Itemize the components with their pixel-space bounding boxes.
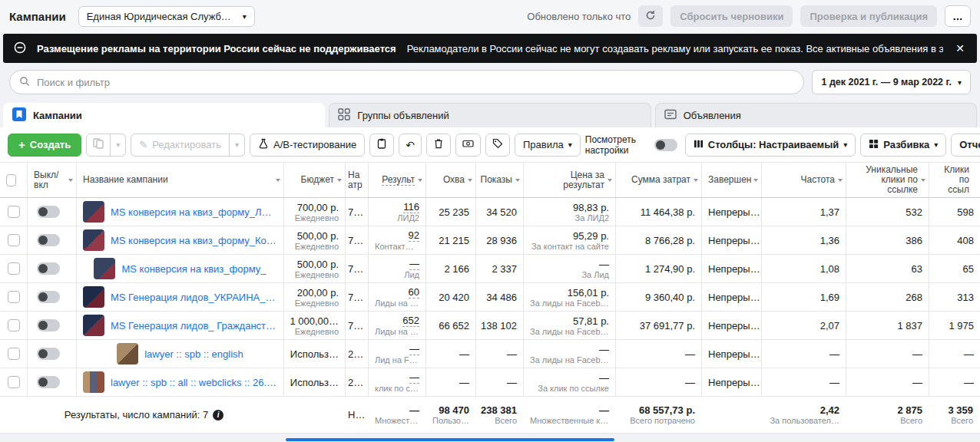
campaign-name-link[interactable]: lawyer :: spb :: all :: webclicks :: 26.… [111,377,277,388]
columns-button[interactable]: Столбцы: Настраиваемый ▾ [685,134,856,157]
ends-value: Непреры… [708,263,755,275]
more-options-button[interactable]: … [945,5,971,27]
campaign-toggle[interactable] [37,348,60,360]
delete-button[interactable] [426,134,451,157]
undo-button[interactable]: ↶ [399,134,422,157]
table-row[interactable]: lawyer :: spb :: english Использ… 2… —Ли… [0,340,980,368]
table-row[interactable]: MS Генерация лидов_ Гражданство… 1 000,0… [0,312,980,340]
payment-button[interactable] [455,134,481,157]
row-checkbox[interactable] [8,319,20,332]
edit-button[interactable]: ✎ Редактировать [131,134,230,157]
header-label: Уникальные клики по ссылке [853,165,918,195]
header-label: Клики по ссыл [935,165,969,195]
ends-cell: Непреры… [702,312,762,339]
search-box[interactable] [9,70,804,94]
info-icon[interactable]: i [213,410,223,421]
tag-button[interactable] [485,134,510,157]
view-settings-toggle[interactable] [654,139,677,151]
footer-results-value: — [409,404,419,416]
table-row[interactable]: MS Генерация лидов_УКРАИНА_БЕ… 200,00 р.… [0,283,980,312]
column-header-reach[interactable]: Охва [426,163,476,197]
row-checkbox[interactable] [8,291,20,303]
horizontal-scrollbar-thumb[interactable] [286,438,614,441]
column-header-results[interactable]: Результ [369,163,426,197]
account-selector[interactable]: Единая Юридическая Служба (2099… ▾ [78,6,255,27]
duplicate-caret-button[interactable]: ▾ [111,134,126,157]
footer-cpr-value: — [599,404,609,416]
results-value[interactable]: 60 [409,286,419,299]
campaign-toggle[interactable] [37,262,60,275]
campaign-toggle[interactable] [37,234,60,246]
edit-caret-button[interactable]: ▾ [230,134,245,157]
cost-per-result-value: 98,83 р. [573,202,609,213]
campaign-name-link[interactable]: MS Генерация лидов_ Гражданство… [111,320,277,332]
column-header-impressions[interactable]: Показы [476,163,524,197]
column-header-amount-spent[interactable]: Сумма затрат [616,163,702,197]
column-header-unique-link-clicks[interactable]: Уникальные клики по ссылке [846,163,929,197]
sort-icon [921,179,925,182]
unique-link-clicks-value: 63 [912,263,922,275]
discard-drafts-button[interactable]: Сбросить черновики [670,5,793,27]
table-row[interactable]: MS конверсия на квиз_форму_ЛИД2 700,00 р… [0,198,980,226]
campaign-name-link[interactable]: MS конверсия на квиз_форму_Конта… [111,235,277,246]
header-label: Результ [382,175,415,186]
table-row[interactable]: MS конверсия на квиз_форму_Конта… 500,00… [0,226,980,255]
search-input[interactable] [37,77,794,88]
row-checkbox-cell [0,340,28,368]
tab-campaigns[interactable]: Кампании [3,103,325,127]
campaign-toggle[interactable] [37,291,60,303]
refresh-button[interactable] [638,5,663,27]
campaign-name-link[interactable]: MS конверсия на квиз_форму_ [121,263,266,275]
column-header-ends[interactable]: Завершен [702,163,762,197]
reports-button[interactable]: Отчеты ▾ [951,134,980,157]
row-checkbox[interactable] [8,206,20,218]
column-header-budget[interactable]: Бюджет [284,163,346,197]
campaign-toggle[interactable] [37,206,60,218]
campaign-toggle[interactable] [37,319,60,332]
clipboard-button[interactable] [369,134,394,157]
row-checkbox[interactable] [8,376,20,388]
column-header-toggle[interactable]: Выкл/вкл [28,163,77,197]
results-value[interactable]: 652 [402,315,419,327]
results-value[interactable]: — [409,258,419,270]
cost-per-result-value: 156,01 р. [568,287,609,299]
columns-label: Столбцы: Настраиваемый [708,139,839,150]
column-header-attribution[interactable]: На атр [346,163,369,197]
column-header-name[interactable]: Название кампании [77,163,284,197]
search-icon [19,76,30,89]
row-checkbox[interactable] [8,348,20,360]
tab-adsets-label: Группы объявлений [357,110,449,121]
campaign-name-link[interactable]: MS Генерация лидов_УКРАИНА_БЕ… [111,292,277,303]
create-button[interactable]: + Создать [8,134,81,157]
results-value[interactable]: — [409,371,419,384]
table-row[interactable]: lawyer :: spb :: all :: webclicks :: 26.… [0,368,980,397]
ab-test-button[interactable]: A/B-тестирование [250,134,365,157]
tab-ads[interactable]: Объявления [655,103,977,127]
table-row[interactable]: MS конверсия на квиз_форму_ 500,00 р.Еже… [0,255,980,283]
review-publish-button[interactable]: Проверка и публикация [800,5,937,27]
date-range-selector[interactable]: 1 дек 2021 г. — 9 мар 2022 г. ▾ [812,70,971,94]
results-value[interactable]: 92 [409,229,419,242]
campaign-name-link[interactable]: MS конверсия на квиз_форму_ЛИД2 [111,206,277,218]
campaign-toggle[interactable] [37,376,60,388]
results-value[interactable]: 116 [403,201,419,213]
link-clicks-cell: — [929,368,980,396]
column-header-frequency[interactable]: Частота [762,163,846,197]
campaign-thumbnail [83,315,104,336]
toggle-knob [38,349,48,358]
rules-button[interactable]: Правила ▾ [515,134,581,157]
tab-adsets[interactable]: Группы объявлений [329,103,651,127]
footer-cpr-sub: Множественные конве… [530,416,609,425]
cost-per-result-sub: За Лид [581,270,609,279]
row-checkbox[interactable] [8,262,20,275]
select-all-cell[interactable] [0,163,28,197]
duplicate-button[interactable] [86,134,111,157]
column-header-cost-per-result[interactable]: Цена за результат [524,163,616,197]
close-icon[interactable]: ✕ [954,42,966,54]
results-value[interactable]: — [409,343,419,355]
campaign-name-link[interactable]: lawyer :: spb :: english [144,348,243,360]
row-checkbox[interactable] [8,234,20,246]
column-header-link-clicks[interactable]: Клики по ссыл [929,163,980,197]
breakdown-button[interactable]: Разбивка ▾ [860,134,946,157]
select-all-checkbox[interactable] [6,174,16,186]
